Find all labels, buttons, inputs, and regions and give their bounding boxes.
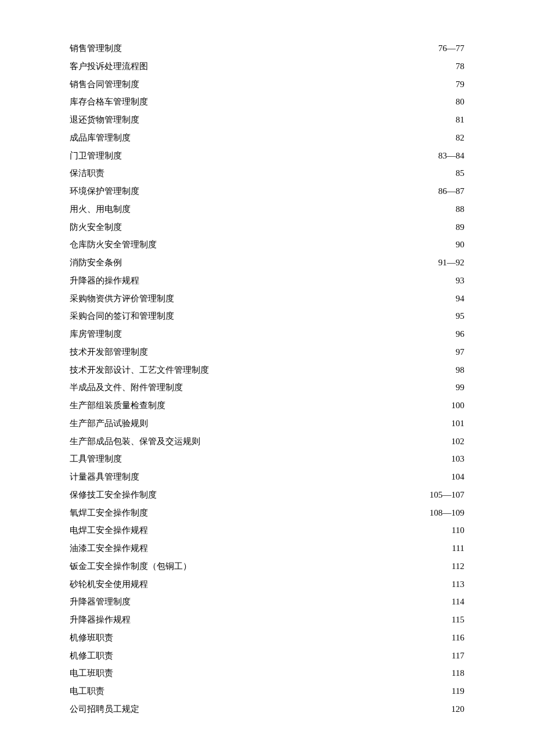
toc-title: 砂轮机安全使用规程: [70, 575, 148, 593]
toc-leader-dots: [148, 507, 430, 516]
toc-page-number: 76—77: [438, 39, 464, 57]
toc-leader-dots: [157, 239, 456, 247]
toc-entry: 保洁职责85: [70, 164, 464, 182]
toc-title: 采购合同的签订和管理制度: [70, 307, 174, 325]
toc-entry: 销售管理制度76—77: [70, 39, 464, 57]
toc-title: 生产部产品试验规则: [70, 415, 148, 433]
toc-title: 生产部成品包装、保管及交运规则: [70, 433, 200, 451]
toc-title: 库房管理制度: [70, 325, 122, 343]
toc-title: 升降器的操作规程: [70, 272, 139, 290]
toc-leader-dots: [148, 96, 456, 105]
toc-entry: 电焊工安全操作规程110: [70, 521, 464, 539]
toc-page-number: 82: [456, 129, 464, 147]
toc-leader-dots: [139, 185, 438, 194]
toc-leader-dots: [139, 703, 452, 712]
toc-leader-dots: [148, 60, 456, 69]
toc-entry: 油漆工安全操作规程111: [70, 539, 464, 557]
toc-entry: 生产部组装质量检查制度100: [70, 397, 464, 415]
toc-page-number: 115: [452, 611, 464, 629]
toc-leader-dots: [131, 132, 456, 141]
toc-page-number: 80: [456, 93, 464, 111]
toc-page-number: 88: [456, 200, 464, 218]
toc-entry: 退还货物管理制度81: [70, 111, 464, 129]
toc-page-number: 112: [452, 557, 464, 575]
toc-page-number: 119: [452, 682, 464, 700]
toc-leader-dots: [131, 614, 452, 622]
toc-page-number: 105—107: [430, 486, 464, 504]
toc-entry: 工具管理制度103: [70, 450, 464, 468]
table-of-contents: 销售管理制度76—77客户投诉处理流程图78销售合同管理制度79库存合格车管理制…: [70, 39, 464, 718]
toc-page-number: 108—109: [430, 504, 464, 522]
toc-title: 半成品及文件、附件管理制度: [70, 379, 183, 397]
toc-title: 销售合同管理制度: [70, 75, 139, 93]
toc-title: 客户投诉处理流程图: [70, 57, 148, 75]
toc-entry: 成品库管理制度82: [70, 129, 464, 147]
toc-leader-dots: [174, 293, 456, 301]
toc-title: 仓库防火安全管理制度: [70, 236, 157, 254]
toc-title: 钣金工安全操作制度（包铜工）: [70, 557, 192, 575]
toc-leader-dots: [148, 542, 452, 551]
toc-leader-dots: [139, 78, 456, 87]
toc-title: 油漆工安全操作规程: [70, 539, 148, 557]
toc-page-number: 98: [456, 361, 464, 379]
toc-title: 环境保护管理制度: [70, 182, 139, 200]
toc-title: 库存合格车管理制度: [70, 93, 148, 111]
toc-page-number: 93: [456, 272, 464, 290]
toc-leader-dots: [122, 453, 452, 462]
toc-page-number: 78: [456, 57, 464, 75]
toc-entry: 生产部成品包装、保管及交运规则102: [70, 433, 464, 451]
toc-title: 电工职责: [70, 682, 104, 700]
toc-entry: 技术开发部管理制度97: [70, 343, 464, 361]
toc-entry: 用火、用电制度88: [70, 200, 464, 218]
toc-entry: 升降器管理制度114: [70, 593, 464, 611]
toc-title: 防火安全制度: [70, 218, 122, 236]
toc-title: 退还货物管理制度: [70, 111, 139, 129]
toc-page-number: 90: [456, 236, 464, 254]
toc-entry: 门卫管理制度83—84: [70, 147, 464, 165]
toc-page-number: 104: [452, 468, 465, 486]
toc-page-number: 116: [452, 629, 464, 647]
toc-leader-dots: [165, 399, 452, 408]
toc-entry: 客户投诉处理流程图78: [70, 57, 464, 75]
toc-page-number: 91—92: [438, 254, 464, 272]
toc-title: 升降器管理制度: [70, 593, 131, 611]
toc-entry: 电工班职责118: [70, 664, 464, 682]
toc-leader-dots: [209, 364, 456, 373]
toc-leader-dots: [122, 257, 438, 265]
toc-leader-dots: [174, 310, 456, 319]
toc-title: 用火、用电制度: [70, 200, 131, 218]
toc-page-number: 94: [456, 290, 464, 308]
toc-entry: 技术开发部设计、工艺文件管理制度98: [70, 361, 464, 379]
toc-title: 保洁职责: [70, 164, 104, 182]
toc-page-number: 114: [452, 593, 464, 611]
toc-entry: 防火安全制度89: [70, 218, 464, 236]
toc-leader-dots: [183, 381, 456, 390]
toc-entry: 电工职责119: [70, 682, 464, 700]
toc-title: 保修技工安全操作制度: [70, 486, 157, 504]
toc-page-number: 110: [452, 521, 464, 539]
toc-leader-dots: [113, 632, 452, 640]
toc-entry: 消防安全条例91—92: [70, 254, 464, 272]
toc-leader-dots: [122, 42, 438, 51]
toc-leader-dots: [113, 667, 452, 676]
toc-page-number: 103: [452, 450, 465, 468]
toc-leader-dots: [131, 203, 456, 212]
toc-leader-dots: [122, 328, 456, 337]
toc-leader-dots: [139, 471, 452, 480]
toc-page-number: 95: [456, 307, 464, 325]
toc-entry: 计量器具管理制度104: [70, 468, 464, 486]
toc-leader-dots: [200, 435, 452, 444]
toc-leader-dots: [148, 524, 452, 533]
toc-title: 机修班职责: [70, 629, 113, 647]
toc-entry: 砂轮机安全使用规程113: [70, 575, 464, 593]
toc-title: 机修工职责: [70, 647, 113, 665]
toc-page-number: 97: [456, 343, 464, 361]
toc-title: 技术开发部设计、工艺文件管理制度: [70, 361, 209, 379]
toc-leader-dots: [122, 221, 456, 230]
toc-title: 计量器具管理制度: [70, 468, 139, 486]
toc-entry: 采购合同的签订和管理制度95: [70, 307, 464, 325]
toc-page-number: 83—84: [438, 147, 464, 165]
toc-entry: 机修工职责117: [70, 647, 464, 665]
toc-title: 技术开发部管理制度: [70, 343, 148, 361]
toc-leader-dots: [131, 596, 452, 604]
